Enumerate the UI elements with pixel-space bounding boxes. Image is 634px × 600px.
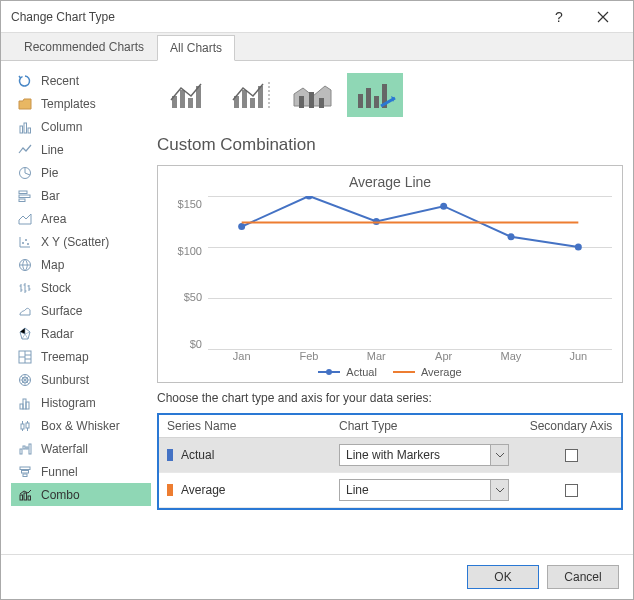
sidebar-item-combo[interactable]: Combo bbox=[11, 483, 151, 506]
close-button[interactable] bbox=[581, 2, 625, 32]
svg-rect-22 bbox=[29, 444, 31, 454]
svg-point-48 bbox=[508, 233, 515, 240]
sidebar-item-map[interactable]: Map bbox=[11, 253, 151, 276]
sidebar-item-radar[interactable]: Radar bbox=[11, 322, 151, 345]
tab-all-charts[interactable]: All Charts bbox=[157, 35, 235, 61]
svg-point-45 bbox=[306, 196, 313, 200]
svg-rect-37 bbox=[299, 96, 304, 108]
sidebar-item-column[interactable]: Column bbox=[11, 115, 151, 138]
svg-rect-26 bbox=[20, 495, 23, 500]
subtype-custom-combination[interactable] bbox=[347, 73, 403, 117]
svg-point-7 bbox=[22, 242, 24, 244]
sidebar-item-recent[interactable]: Recent bbox=[11, 69, 151, 92]
svg-rect-35 bbox=[250, 98, 255, 108]
chevron-down-icon bbox=[490, 445, 508, 465]
sidebar-item-label: Sunburst bbox=[41, 373, 89, 387]
sidebar-item-histogram[interactable]: Histogram bbox=[11, 391, 151, 414]
histogram-icon bbox=[17, 395, 33, 411]
svg-point-44 bbox=[238, 223, 245, 230]
subtype-clustered-column-line-secondary[interactable] bbox=[223, 73, 279, 117]
svg-rect-5 bbox=[19, 195, 30, 198]
sidebar-item-label: Waterfall bbox=[41, 442, 88, 456]
funnel-icon bbox=[17, 464, 33, 480]
series-swatch-actual bbox=[167, 449, 173, 461]
sidebar-item-sunburst[interactable]: Sunburst bbox=[11, 368, 151, 391]
sidebar-item-label: Combo bbox=[41, 488, 80, 502]
sunburst-icon bbox=[17, 372, 33, 388]
subtype-heading: Custom Combination bbox=[157, 133, 623, 159]
sidebar-item-funnel[interactable]: Funnel bbox=[11, 460, 151, 483]
stock-icon bbox=[17, 280, 33, 296]
chart-plot bbox=[208, 196, 612, 350]
legend-average: Average bbox=[393, 366, 462, 378]
sidebar-item-label: Map bbox=[41, 258, 64, 272]
svg-rect-20 bbox=[23, 446, 25, 449]
tab-recommended[interactable]: Recommended Charts bbox=[11, 34, 157, 60]
sidebar-item-label: Column bbox=[41, 120, 82, 134]
change-chart-type-dialog: Change Chart Type ? Recommended Charts A… bbox=[0, 0, 634, 600]
sidebar-item-label: Histogram bbox=[41, 396, 96, 410]
svg-rect-4 bbox=[19, 191, 27, 194]
svg-point-9 bbox=[27, 243, 29, 245]
svg-point-46 bbox=[373, 218, 380, 225]
svg-point-49 bbox=[575, 244, 582, 251]
sidebar-item-surface[interactable]: Surface bbox=[11, 299, 151, 322]
sidebar-item-bar[interactable]: Bar bbox=[11, 184, 151, 207]
svg-rect-28 bbox=[28, 496, 31, 500]
sidebar-item-label: Treemap bbox=[41, 350, 89, 364]
sidebar-item-label: Box & Whisker bbox=[41, 419, 120, 433]
scatter-icon bbox=[17, 234, 33, 250]
chart-type-select-average[interactable]: Line bbox=[339, 479, 509, 501]
sidebar-item-scatter[interactable]: X Y (Scatter) bbox=[11, 230, 151, 253]
svg-rect-30 bbox=[180, 90, 185, 108]
svg-rect-2 bbox=[28, 128, 31, 133]
svg-rect-16 bbox=[26, 402, 29, 409]
sidebar-item-treemap[interactable]: Treemap bbox=[11, 345, 151, 368]
dialog-title: Change Chart Type bbox=[11, 10, 537, 24]
subtype-stacked-area-column[interactable] bbox=[285, 73, 341, 117]
sidebar-item-line[interactable]: Line bbox=[11, 138, 151, 161]
sidebar-item-label: Area bbox=[41, 212, 66, 226]
surface-icon bbox=[17, 303, 33, 319]
series-table: Series Name Chart Type Secondary Axis Ac… bbox=[157, 413, 623, 510]
combo-subtypes bbox=[157, 69, 623, 127]
sidebar-item-templates[interactable]: Templates bbox=[11, 92, 151, 115]
sidebar-item-label: Bar bbox=[41, 189, 60, 203]
sidebar-item-area[interactable]: Area bbox=[11, 207, 151, 230]
sidebar-item-pie[interactable]: Pie bbox=[11, 161, 151, 184]
secondary-axis-checkbox-actual[interactable] bbox=[565, 449, 578, 462]
ok-button[interactable]: OK bbox=[467, 565, 539, 589]
svg-rect-39 bbox=[319, 98, 324, 108]
subtype-clustered-column-line[interactable] bbox=[161, 73, 217, 117]
sidebar-item-box-whisker[interactable]: Box & Whisker bbox=[11, 414, 151, 437]
series-row-average[interactable]: Average Line bbox=[159, 473, 621, 508]
series-swatch-average bbox=[167, 484, 173, 496]
column-icon bbox=[17, 119, 33, 135]
svg-rect-19 bbox=[20, 449, 22, 454]
series-row-actual[interactable]: Actual Line with Markers bbox=[159, 438, 621, 473]
chart-legend: Actual Average bbox=[168, 362, 612, 378]
recent-icon bbox=[17, 73, 33, 89]
chevron-down-icon bbox=[490, 480, 508, 500]
chart-type-sidebar: Recent Templates Column Line Pie Bar bbox=[11, 69, 151, 544]
sidebar-item-waterfall[interactable]: Waterfall bbox=[11, 437, 151, 460]
help-button[interactable]: ? bbox=[537, 2, 581, 32]
sidebar-item-stock[interactable]: Stock bbox=[11, 276, 151, 299]
svg-rect-0 bbox=[20, 126, 23, 133]
tabs: Recommended Charts All Charts bbox=[1, 33, 633, 61]
bar-icon bbox=[17, 188, 33, 204]
cancel-button[interactable]: Cancel bbox=[547, 565, 619, 589]
header-secondary-axis: Secondary Axis bbox=[521, 415, 621, 437]
svg-rect-23 bbox=[20, 467, 30, 470]
sidebar-item-label: Radar bbox=[41, 327, 74, 341]
svg-rect-31 bbox=[188, 98, 193, 108]
svg-rect-21 bbox=[26, 447, 28, 449]
chart-type-select-actual[interactable]: Line with Markers bbox=[339, 444, 509, 466]
map-icon bbox=[17, 257, 33, 273]
sidebar-item-label: Funnel bbox=[41, 465, 78, 479]
combo-icon bbox=[17, 487, 33, 503]
svg-rect-27 bbox=[24, 493, 27, 500]
series-table-header: Series Name Chart Type Secondary Axis bbox=[159, 415, 621, 438]
secondary-axis-checkbox-average[interactable] bbox=[565, 484, 578, 497]
header-series-name: Series Name bbox=[159, 415, 331, 437]
